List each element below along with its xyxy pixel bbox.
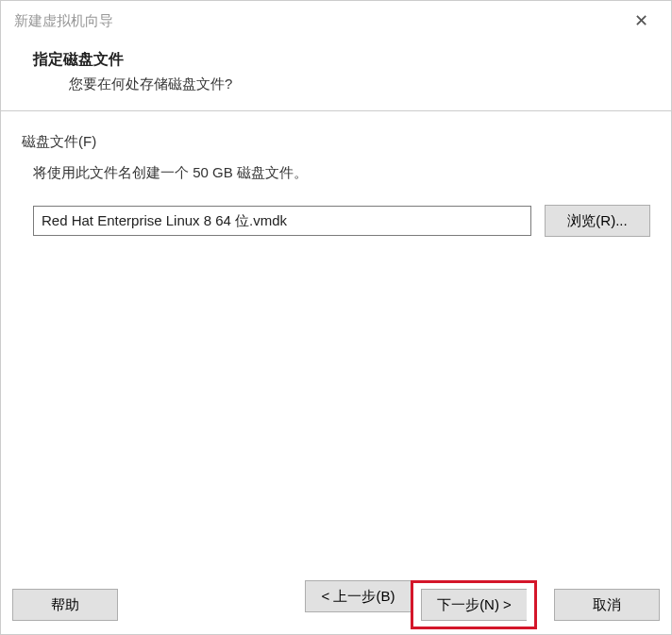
disk-file-description: 将使用此文件名创建一个 50 GB 磁盘文件。 [22, 164, 650, 182]
next-highlight: 下一步(N) > [411, 580, 537, 629]
back-button[interactable]: < 上一步(B) [305, 580, 411, 612]
page-subtitle: 您要在何处存储磁盘文件? [27, 75, 645, 93]
wizard-footer: 帮助 < 上一步(B) 下一步(N) > 取消 [1, 576, 671, 634]
close-icon[interactable]: ✕ [625, 7, 658, 35]
titlebar: 新建虚拟机向导 ✕ [1, 1, 671, 41]
wizard-window: 新建虚拟机向导 ✕ 指定磁盘文件 您要在何处存储磁盘文件? 磁盘文件(F) 将使… [0, 0, 672, 635]
cancel-button[interactable]: 取消 [554, 589, 660, 621]
wizard-header: 指定磁盘文件 您要在何处存储磁盘文件? [1, 41, 671, 111]
next-button[interactable]: 下一步(N) > [421, 589, 527, 621]
disk-file-group-label: 磁盘文件(F) [22, 133, 650, 151]
disk-file-row: 浏览(R)... [22, 205, 650, 237]
disk-file-input[interactable] [33, 206, 531, 236]
window-title: 新建虚拟机向导 [14, 12, 113, 30]
browse-button[interactable]: 浏览(R)... [545, 205, 650, 237]
wizard-content: 磁盘文件(F) 将使用此文件名创建一个 50 GB 磁盘文件。 浏览(R)... [1, 111, 671, 576]
page-title: 指定磁盘文件 [27, 50, 645, 70]
help-button[interactable]: 帮助 [12, 589, 118, 621]
